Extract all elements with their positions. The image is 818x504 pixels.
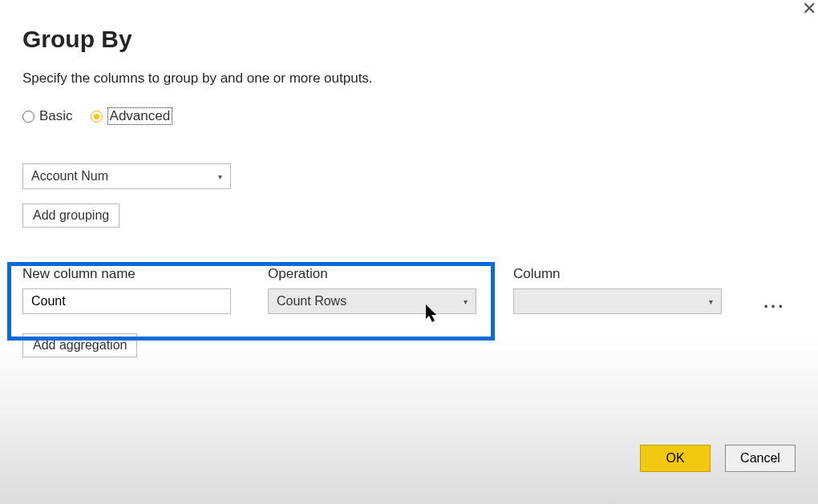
add-aggregation-button[interactable]: Add aggregation (22, 333, 137, 357)
group-column-select[interactable]: Account Num ▾ (22, 163, 231, 189)
group-by-dialog: ✕ Group By Specify the columns to group … (0, 0, 818, 504)
new-column-name-input[interactable] (22, 288, 231, 314)
chevron-down-icon: ▾ (709, 297, 713, 306)
radio-icon (22, 111, 34, 123)
operation-label: Operation (268, 266, 476, 282)
radio-basic[interactable]: Basic (22, 108, 73, 124)
operation-value: Count Rows (277, 294, 346, 308)
dialog-subtitle: Specify the columns to group by and one … (22, 71, 796, 87)
aggregation-row: New column name Operation Count Rows ▾ C… (22, 266, 796, 314)
dialog-title: Group By (22, 26, 796, 53)
chevron-down-icon: ▾ (464, 297, 468, 306)
more-options-button[interactable]: ... (759, 293, 790, 311)
add-grouping-button[interactable]: Add grouping (22, 204, 119, 228)
radio-basic-label: Basic (39, 108, 73, 124)
column-label: Column (513, 266, 722, 282)
radio-advanced-label: Advanced (107, 107, 173, 125)
cancel-button[interactable]: Cancel (725, 445, 796, 472)
new-column-name-label: New column name (22, 266, 231, 282)
ok-button[interactable]: OK (640, 445, 711, 472)
group-column-value: Account Num (31, 169, 108, 183)
operation-select[interactable]: Count Rows ▾ (268, 288, 476, 314)
column-select[interactable]: ▾ (513, 288, 722, 314)
dialog-footer: OK Cancel (640, 445, 796, 472)
mode-radio-group: Basic Advanced (22, 107, 796, 125)
radio-advanced[interactable]: Advanced (91, 107, 173, 125)
close-icon[interactable]: ✕ (802, 0, 816, 18)
chevron-down-icon: ▾ (218, 172, 222, 181)
radio-icon (91, 111, 103, 123)
